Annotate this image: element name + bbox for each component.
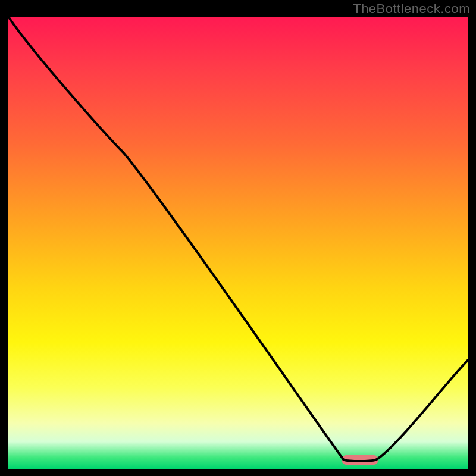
chart-container: TheBottleneck.com — [0, 0, 476, 476]
bottleneck-curve — [8, 17, 468, 469]
watermark-text: TheBottleneck.com — [353, 1, 470, 17]
plot-area — [8, 17, 468, 469]
